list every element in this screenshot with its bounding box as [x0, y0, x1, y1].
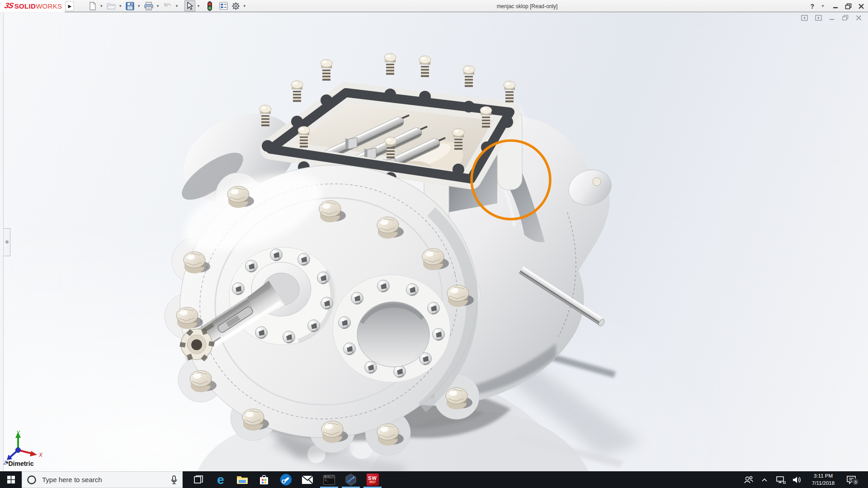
- axis-x-label: X: [38, 452, 43, 458]
- traffic-light-icon: [208, 1, 212, 11]
- view-orientation-label: *Dimetric: [6, 460, 33, 467]
- file-explorer-icon: [236, 475, 248, 484]
- close-button[interactable]: [858, 3, 864, 9]
- taskbar: e C:\_ >_: [0, 471, 868, 488]
- collapsed-panel-tab[interactable]: [4, 228, 10, 256]
- open-button[interactable]: [105, 0, 117, 11]
- feature-panel-strip: [0, 13, 4, 471]
- screen: 3S SOLID WORKS ▶ ▼ ▼ ▼ ▼ ▼ ▼: [0, 0, 868, 488]
- undo-arrow-icon: [163, 2, 172, 10]
- taskbar-store-button[interactable]: [253, 471, 275, 488]
- taskbar-search[interactable]: [22, 471, 183, 488]
- task-view-icon: [194, 475, 204, 484]
- solidworks-logo: 3S SOLID WORKS: [0, 0, 65, 12]
- new-document-button[interactable]: [87, 0, 98, 11]
- task-view-button[interactable]: [188, 471, 210, 488]
- taskbar-tools-button[interactable]: [275, 471, 297, 488]
- volume-button[interactable]: [791, 476, 803, 484]
- title-bar: 3S SOLID WORKS ▶ ▼ ▼ ▼ ▼ ▼ ▼: [0, 0, 868, 12]
- taskbar-cmd-button[interactable]: C:\_ >_: [318, 471, 340, 488]
- hidden-icons-button[interactable]: [759, 478, 770, 482]
- brand-text-light: WORKS: [36, 2, 62, 10]
- sw-icon-text: SW: [368, 476, 377, 480]
- taskbar-solidworks-button[interactable]: SW 2017: [362, 471, 383, 488]
- network-button[interactable]: [775, 476, 787, 484]
- print-button[interactable]: [143, 0, 155, 11]
- doc-minimize-button[interactable]: [829, 15, 835, 21]
- taskbar-explorer-button[interactable]: [231, 471, 253, 488]
- model-output-flange: [333, 275, 450, 382]
- panel-tab-grip-icon: [5, 240, 9, 244]
- network-icon: [776, 476, 786, 484]
- edge-icon: e: [217, 474, 224, 486]
- minimize-button[interactable]: [832, 3, 839, 9]
- document-window-controls: [801, 15, 862, 21]
- cortana-icon: [27, 475, 37, 485]
- graphics-area[interactable]: [0, 0, 868, 488]
- doc-close-button[interactable]: [856, 15, 862, 21]
- search-input[interactable]: [41, 475, 166, 484]
- solidworks-logo-mark: 3S: [4, 1, 14, 10]
- task-list-button[interactable]: [218, 0, 229, 11]
- action-center-button[interactable]: 3: [844, 475, 859, 484]
- save-button[interactable]: [124, 0, 136, 11]
- taskbar-clock[interactable]: 3:11 PM 7/11/2018: [807, 473, 839, 487]
- taskbar-hex-app-button[interactable]: [340, 471, 362, 488]
- new-document-icon: [89, 2, 97, 10]
- system-tray: 3:11 PM 7/11/2018 3: [742, 471, 868, 488]
- help-button[interactable]: ?: [811, 3, 815, 10]
- solidworks-app-icon: SW 2017: [367, 474, 379, 486]
- hexagon-app-icon: [345, 474, 357, 486]
- quick-access-toolbar: ▼ ▼ ▼ ▼ ▼ ▼: [87, 0, 247, 11]
- taskbar-edge-button[interactable]: e: [210, 471, 231, 488]
- select-tool-button[interactable]: [184, 0, 195, 11]
- clock-time: 3:11 PM: [807, 473, 839, 480]
- chevron-up-icon: [761, 478, 768, 482]
- menu-flyout-arrow-icon[interactable]: ▶: [66, 1, 74, 11]
- people-icon: [743, 475, 753, 484]
- people-button[interactable]: [742, 475, 754, 484]
- help-caret-icon[interactable]: ▼: [821, 4, 825, 8]
- taskbar-app-icons: e C:\_ >_: [188, 471, 383, 488]
- save-floppy-icon: [126, 2, 134, 10]
- clock-date: 7/11/2018: [807, 480, 839, 487]
- axis-y-label: Y: [16, 430, 20, 436]
- taskbar-mail-button[interactable]: [297, 471, 318, 488]
- windows-logo-icon: [7, 476, 15, 483]
- sw-icon-year: 2017: [369, 480, 376, 483]
- print-icon: [144, 2, 153, 10]
- options-button[interactable]: [230, 0, 241, 11]
- pane-left-button[interactable]: [801, 15, 808, 21]
- task-list-icon: [219, 2, 228, 10]
- restore-button[interactable]: [845, 3, 852, 9]
- undo-button[interactable]: [162, 0, 174, 11]
- cmd-titlebar-text: C:\_: [324, 475, 335, 479]
- doc-restore-button[interactable]: [842, 15, 849, 21]
- select-cursor-icon: [186, 2, 194, 10]
- notification-badge: 3: [852, 479, 859, 485]
- brand-text-bold: SOLID: [14, 2, 36, 10]
- wrench-circle-icon: [280, 474, 292, 486]
- open-folder-icon: [107, 2, 116, 10]
- window-title: menjac sklop [Read-only]: [497, 3, 558, 9]
- mail-icon: [302, 475, 313, 484]
- options-gear-icon: [231, 2, 240, 10]
- model-input-flange: [229, 247, 336, 345]
- start-button[interactable]: [0, 471, 22, 488]
- pane-right-button[interactable]: [815, 15, 822, 21]
- speaker-icon: [792, 476, 802, 484]
- rebuild-button[interactable]: [206, 0, 213, 11]
- microphone-icon[interactable]: [170, 475, 178, 485]
- command-prompt-icon: C:\_ >_: [323, 475, 335, 485]
- store-icon: [259, 474, 269, 485]
